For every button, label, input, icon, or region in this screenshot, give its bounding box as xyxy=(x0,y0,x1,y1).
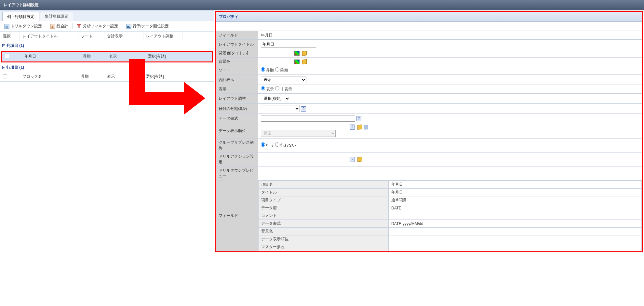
rank-settings-button[interactable]: 行/列データ順位設定 xyxy=(124,22,171,30)
grid-header-layout-title: レイアウトタイトル xyxy=(20,32,78,41)
sigma-icon: Σ xyxy=(50,24,55,29)
filter-settings-button[interactable]: 分析フィルター設定 xyxy=(74,22,120,30)
sub-label-master-ref: マスター参照 xyxy=(259,243,389,251)
grid-header: 選択 レイアウトタイトル ソート 合計表示 レイアウト調整 xyxy=(0,32,214,41)
help-icon[interactable]: ? xyxy=(350,125,355,130)
properties-panel: プロパティ フィールド 年月日 レイアウトタイトル 背景色[タイトル] 背景色 xyxy=(215,11,643,252)
drilldown-icon xyxy=(4,24,9,29)
prop-label-data-format: データ書式 xyxy=(216,114,258,123)
row-adjust: 選択[有効] xyxy=(145,54,184,59)
drilldown-label: ドリルダウン設定 xyxy=(11,23,42,29)
sub-label-item-name: 項目名 xyxy=(259,181,389,189)
layout-adjust-select[interactable]: 選択[有効] xyxy=(261,95,290,102)
help-icon[interactable]: ? xyxy=(356,116,361,121)
reset-icon[interactable] xyxy=(357,125,362,130)
sub-value-data-format: DATE:yyyy/MM/dd xyxy=(389,220,642,228)
row-checkbox[interactable] xyxy=(3,74,7,78)
properties-spacer xyxy=(216,22,642,31)
sub-label-bgcolor: 背景色 xyxy=(259,228,389,235)
prop-label-field-detail: フィールド xyxy=(216,180,258,251)
date-split-select[interactable] xyxy=(261,105,300,112)
prop-label-drill-action: ドリルアクション設定 xyxy=(216,153,258,166)
separator xyxy=(46,23,46,29)
total-display-select[interactable]: 表示 xyxy=(261,76,306,83)
prop-label-field: フィールド xyxy=(216,31,258,40)
display-hide-radio[interactable]: 非表示 xyxy=(275,87,292,91)
rank-icon xyxy=(126,24,131,29)
left-panel: 列・行項目設定 集計項目設定 ドリルダウン設定 Σ 総合計 分析フィルター設定 … xyxy=(0,10,214,253)
sub-label-data-rank: データ表示順位 xyxy=(259,235,389,243)
reset-icon[interactable] xyxy=(357,157,362,162)
prop-label-display: 表示 xyxy=(216,85,258,94)
prop-label-sort: ソート xyxy=(216,66,258,75)
row-title: 年月日 xyxy=(22,54,80,59)
display-show-radio[interactable]: 表示 xyxy=(261,87,274,91)
field-detail-subtable: 項目名年月日 タイトル年月日 項目タイプ通常項目 データ型DATE コメント デ… xyxy=(258,180,642,251)
separator xyxy=(122,23,122,29)
window-titlebar: レイアウト詳細設定 xyxy=(0,0,644,10)
properties-header: プロパティ xyxy=(216,12,642,22)
column-item-row[interactable]: 年月日 昇順 表示 選択[有効] xyxy=(2,52,212,61)
drilldown-settings-button[interactable]: ドリルダウン設定 xyxy=(2,22,44,30)
group-row-items[interactable]: − 行項目 (1) xyxy=(0,63,214,72)
row-adjust: 選択[有効] xyxy=(143,74,182,79)
rank-label: 行/列データ順位設定 xyxy=(133,23,169,29)
sub-value-item-name: 年月日 xyxy=(389,181,642,189)
sub-label-data-format: データ書式 xyxy=(259,220,389,228)
svg-rect-6 xyxy=(127,27,130,28)
database-icon[interactable] xyxy=(364,125,368,129)
svg-rect-4 xyxy=(127,25,128,25)
filter-label: 分析フィルター設定 xyxy=(83,23,118,29)
toolbar: ドリルダウン設定 Σ 総合計 分析フィルター設定 行/列データ順位設定 xyxy=(0,21,214,32)
properties-table: フィールド 年月日 レイアウトタイトル 背景色[タイトル] 背景色 xyxy=(216,31,642,251)
sub-value-data-rank xyxy=(389,235,642,243)
group-rows-label: 行項目 (1) xyxy=(7,65,24,70)
sub-label-data-type: データ型 xyxy=(259,204,389,212)
grid-header-select: 選択 xyxy=(0,32,20,41)
data-rank-select[interactable]: 通常 xyxy=(261,130,336,137)
row-total: 表示 xyxy=(106,54,145,59)
sub-value-data-type: DATE xyxy=(389,204,642,212)
grid-header-total: 合計表示 xyxy=(104,32,143,41)
row-item-row[interactable]: ブロック名 昇順 表示 選択[有効] xyxy=(0,72,214,82)
sub-value-item-type: 通常項目 xyxy=(389,196,642,204)
window-title: レイアウト詳細設定 xyxy=(4,3,39,7)
svg-rect-5 xyxy=(127,26,129,27)
reset-icon[interactable] xyxy=(302,59,307,64)
layout-title-input[interactable] xyxy=(261,41,316,47)
help-icon[interactable]: ? xyxy=(301,106,306,112)
prop-label-total-display: 合計表示 xyxy=(216,75,258,85)
suppress-no-radio[interactable]: 行わない xyxy=(275,143,296,148)
sub-value-bgcolor xyxy=(389,228,642,235)
group-column-items[interactable]: − 列項目 (1) xyxy=(0,41,214,50)
prop-value-drill-preview xyxy=(258,166,642,180)
row-checkbox[interactable] xyxy=(5,54,9,58)
data-format-input[interactable] xyxy=(261,115,355,122)
prop-label-date-split: 日付の分割/集約 xyxy=(216,104,258,114)
color-picker-icon[interactable] xyxy=(294,60,300,64)
grid-header-sort: ソート xyxy=(78,32,104,41)
separator xyxy=(72,23,73,29)
prop-label-group-suppress: グループサプレス制御 xyxy=(216,139,258,153)
help-icon[interactable]: ? xyxy=(350,157,355,162)
tab-strip: 列・行項目設定 集計項目設定 xyxy=(0,10,214,21)
group-columns-label: 列項目 (1) xyxy=(7,43,24,48)
tab-column-row-settings[interactable]: 列・行項目設定 xyxy=(2,12,39,21)
sub-value-title: 年月日 xyxy=(389,189,642,196)
grid-header-adjust: レイアウト調整 xyxy=(143,32,182,41)
color-picker-icon[interactable] xyxy=(294,51,300,56)
filter-icon xyxy=(76,24,82,29)
reset-icon[interactable] xyxy=(302,51,307,56)
total-button[interactable]: Σ 総合計 xyxy=(48,22,70,30)
sub-value-master-ref xyxy=(389,243,642,251)
row-title: ブロック名 xyxy=(20,74,78,79)
sub-label-title: タイトル xyxy=(259,189,389,196)
svg-text:Σ: Σ xyxy=(51,24,54,28)
sort-asc-radio[interactable]: 昇順 xyxy=(261,68,274,73)
collapse-icon: − xyxy=(2,44,5,47)
row-total: 表示 xyxy=(104,74,143,79)
tab-aggregate-settings[interactable]: 集計項目設定 xyxy=(40,12,73,21)
suppress-yes-radio[interactable]: 行う xyxy=(261,143,274,148)
prop-value-field: 年月日 xyxy=(258,31,642,40)
sort-desc-radio[interactable]: 降順 xyxy=(275,68,288,73)
